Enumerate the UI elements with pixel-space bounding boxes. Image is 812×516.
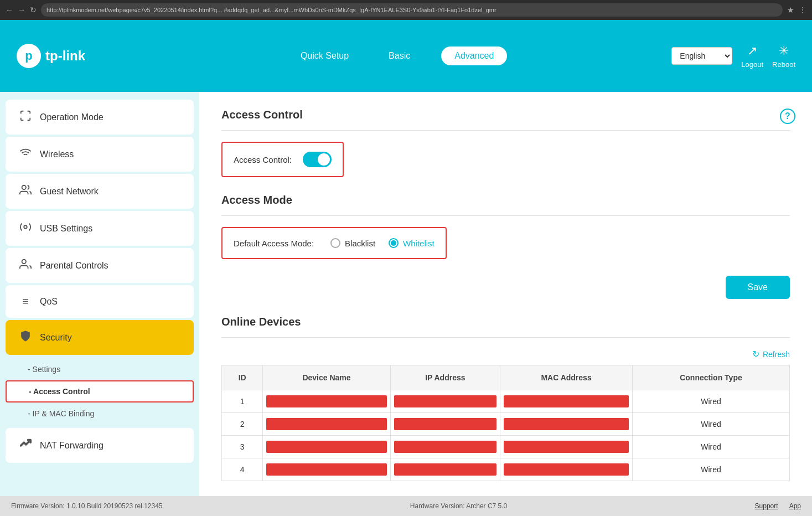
access-control-section-title: Access Control (221, 109, 790, 121)
section-divider-3 (221, 337, 790, 338)
logo-icon: p (17, 44, 41, 68)
online-devices-title: Online Devices (221, 316, 790, 328)
cell-ip-4 (390, 458, 500, 481)
cell-mac-4 (500, 458, 633, 481)
cell-id-1: 1 (222, 390, 263, 413)
radio-group: Blacklist Whitelist (330, 238, 435, 248)
svg-point-1 (22, 185, 26, 189)
sidebar-sub-security: - Settings - Access Control - IP & MAC B… (0, 357, 199, 426)
sidebar-item-wireless[interactable]: Wireless (6, 137, 194, 172)
logo-text: tp-link (45, 48, 85, 64)
section-divider-1 (221, 130, 790, 131)
access-mode-box: Default Access Mode: Blacklist Whitelist (221, 227, 447, 259)
reboot-button[interactable]: ✳ Reboot (772, 44, 795, 69)
cell-ip-3 (390, 436, 500, 458)
browser-menu-icon[interactable]: ⋮ (799, 6, 806, 14)
logout-label: Logout (741, 60, 763, 69)
wireless-icon (19, 147, 32, 162)
logout-icon: ↗ (747, 44, 757, 58)
body-area: Operation Mode Wireless Guest Network US… (0, 92, 812, 496)
refresh-icon: ↻ (752, 349, 759, 359)
whitelist-radio[interactable] (389, 238, 399, 248)
cell-device-1 (263, 390, 390, 413)
guest-network-icon (19, 184, 32, 199)
sidebar-item-usb-settings-label: USB Settings (40, 224, 92, 234)
tab-advanced[interactable]: Advanced (441, 47, 507, 65)
access-control-toggle[interactable] (303, 152, 332, 167)
sidebar-item-guest-network-label: Guest Network (40, 187, 99, 197)
save-button[interactable]: Save (726, 276, 790, 299)
table-header-row: ID Device Name IP Address MAC Address Co… (222, 365, 790, 390)
sidebar-item-guest-network[interactable]: Guest Network (6, 174, 194, 209)
logo-area: p tp-link (17, 44, 127, 68)
browser-bookmark-icon[interactable]: ★ (787, 6, 794, 14)
col-device-name: Device Name (263, 365, 390, 390)
browser-url[interactable]: http://tplinkmodem.net/webpages/c7v5_202… (41, 3, 783, 17)
browser-back-icon[interactable]: ← (6, 6, 13, 14)
sidebar-sub-ip-mac-binding[interactable]: - IP & MAC Binding (0, 404, 199, 424)
blacklist-label: Blacklist (345, 239, 375, 248)
sidebar-item-qos-label: QoS (40, 297, 58, 307)
cell-mac-3 (500, 436, 633, 458)
table-row: 2 Wired (222, 413, 790, 436)
sidebar-item-security[interactable]: Security (6, 320, 194, 355)
language-select[interactable]: English Français Deutsch Español (671, 47, 732, 65)
sidebar-item-parental-controls[interactable]: Parental Controls (6, 248, 194, 283)
cell-id-3: 3 (222, 436, 263, 458)
browser-bar: ← → ↻ http://tplinkmodem.net/webpages/c7… (0, 0, 812, 20)
sidebar-item-operation-mode[interactable]: Operation Mode (6, 100, 194, 135)
sidebar-item-security-label: Security (40, 333, 72, 343)
browser-forward-icon[interactable]: → (18, 6, 25, 14)
tab-basic[interactable]: Basic (380, 47, 419, 65)
sidebar-sub-access-control[interactable]: - Access Control (6, 380, 194, 403)
help-icon[interactable]: ? (780, 109, 795, 124)
refresh-row: ↻ Refresh (221, 349, 790, 359)
nat-forwarding-icon (19, 438, 32, 453)
main-content: ? Access Control Access Control: Access … (199, 92, 812, 496)
sidebar-item-usb-settings[interactable]: USB Settings (6, 211, 194, 246)
cell-conn-1: Wired (632, 390, 789, 413)
usb-settings-icon (19, 221, 32, 236)
hardware-version: Hardware Version: Archer C7 5.0 (410, 502, 507, 510)
access-mode-label: Default Access Mode: (234, 239, 314, 248)
col-id: ID (222, 365, 263, 390)
col-connection-type: Connection Type (632, 365, 789, 390)
whitelist-option[interactable]: Whitelist (389, 238, 435, 248)
cell-conn-3: Wired (632, 436, 789, 458)
logout-button[interactable]: ↗ Logout (741, 44, 763, 69)
section-divider-2 (221, 215, 790, 216)
whitelist-label: Whitelist (403, 239, 435, 248)
sidebar-item-qos[interactable]: ≡ QoS (6, 285, 194, 318)
table-row: 3 Wired (222, 436, 790, 458)
reboot-label: Reboot (772, 60, 795, 69)
footer: Firmware Version: 1.0.10 Build 20190523 … (0, 496, 812, 516)
sidebar-sub-settings[interactable]: - Settings (0, 359, 199, 379)
cell-device-2 (263, 413, 390, 436)
support-link[interactable]: Support (755, 502, 778, 510)
blacklist-radio[interactable] (330, 238, 340, 248)
nav-tabs: Quick Setup Basic Advanced (127, 47, 671, 65)
browser-reload-icon[interactable]: ↻ (30, 6, 37, 14)
refresh-button[interactable]: Refresh (763, 350, 790, 359)
online-devices-table: ID Device Name IP Address MAC Address Co… (221, 365, 790, 481)
blacklist-option[interactable]: Blacklist (330, 238, 375, 248)
svg-point-3 (22, 260, 26, 264)
cell-ip-2 (390, 413, 500, 436)
header: p tp-link Quick Setup Basic Advanced Eng… (0, 20, 812, 92)
table-row: 4 Wired (222, 458, 790, 481)
app-link[interactable]: App (789, 502, 801, 510)
sidebar: Operation Mode Wireless Guest Network US… (0, 92, 199, 496)
qos-icon: ≡ (19, 295, 32, 308)
sidebar-item-wireless-label: Wireless (40, 149, 74, 159)
cell-conn-4: Wired (632, 458, 789, 481)
tab-quick-setup[interactable]: Quick Setup (292, 47, 358, 65)
cell-mac-1 (500, 390, 633, 413)
cell-conn-2: Wired (632, 413, 789, 436)
reboot-icon: ✳ (779, 44, 789, 58)
header-right: English Français Deutsch Español ↗ Logou… (671, 44, 795, 69)
sidebar-item-nat-forwarding[interactable]: NAT Forwarding (6, 428, 194, 463)
cell-id-4: 4 (222, 458, 263, 481)
operation-mode-icon (19, 110, 32, 125)
cell-ip-1 (390, 390, 500, 413)
cell-id-2: 2 (222, 413, 263, 436)
